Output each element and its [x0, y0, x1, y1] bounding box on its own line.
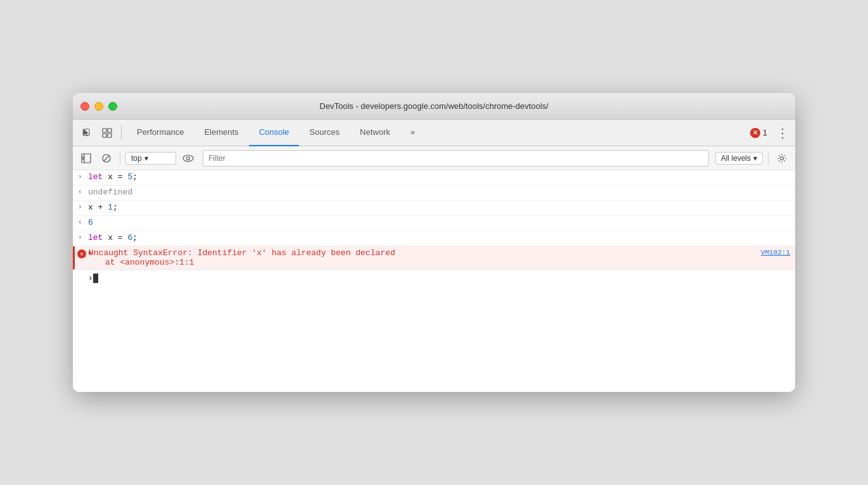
cursor-icon [82, 128, 92, 138]
inspector-icon [102, 128, 112, 138]
tab-network[interactable]: Network [350, 120, 400, 146]
clear-console-button[interactable] [98, 150, 115, 167]
preserve-log-button[interactable] [180, 150, 196, 167]
window-title: DevTools - developers.google.com/web/too… [319, 101, 548, 111]
svg-rect-4 [108, 134, 112, 137]
svg-point-12 [781, 156, 784, 160]
tab-more[interactable]: » [400, 120, 425, 146]
traffic-lights [80, 102, 117, 111]
console-line-1: › let x = 5; [73, 170, 795, 186]
svg-rect-2 [103, 134, 106, 137]
svg-rect-3 [108, 129, 112, 132]
filter-input[interactable] [208, 154, 703, 163]
svg-line-9 [104, 156, 109, 161]
error-expand-arrow[interactable]: ▶ [89, 249, 93, 256]
input-arrow-2[interactable]: › [78, 203, 82, 211]
console-separator-2 [768, 152, 769, 165]
title-bar: DevTools - developers.google.com/web/too… [73, 93, 795, 120]
more-options-button[interactable]: ⋮ [775, 125, 790, 141]
tab-console[interactable]: Console [249, 120, 300, 146]
input-cursor [93, 274, 98, 283]
console-line-4: ‹ 6 [73, 216, 795, 231]
filter-input-wrapper [203, 150, 709, 167]
error-message: Uncaught SyntaxError: Identifier 'x' has… [89, 248, 761, 267]
console-input-line: › [73, 270, 795, 286]
console-line-2: ‹ undefined [73, 186, 795, 201]
tab-bar: Performance Elements Console Sources Net… [127, 120, 744, 146]
levels-selector[interactable]: All levels [715, 152, 763, 165]
input-arrow-3[interactable]: › [78, 234, 82, 241]
svg-rect-1 [103, 129, 106, 132]
undefined-output: undefined [88, 187, 790, 197]
sidebar-icon [81, 153, 91, 163]
main-toolbar: Performance Elements Console Sources Net… [73, 120, 795, 146]
gear-icon [777, 153, 787, 163]
eye-icon [182, 154, 194, 163]
code-line-1: let x = 5; [88, 172, 790, 182]
console-toolbar: top All levels [73, 146, 795, 170]
console-settings-button[interactable] [774, 150, 790, 167]
number-output: 6 [88, 218, 790, 227]
chevron-down-icon [144, 154, 148, 163]
console-line-5: › let x = 6; [73, 231, 795, 246]
inspector-button[interactable] [98, 124, 116, 142]
levels-chevron-icon [753, 154, 757, 163]
tab-elements[interactable]: Elements [194, 120, 248, 146]
input-prompt-arrow: › [88, 274, 93, 283]
output-arrow-2: ‹ [78, 218, 82, 226]
console-line-3: › x + 1; [73, 201, 795, 216]
minimize-button[interactable] [94, 102, 103, 111]
tab-sources[interactable]: Sources [299, 120, 350, 146]
code-line-5: let x = 6; [88, 233, 790, 242]
tab-performance[interactable]: Performance [127, 120, 194, 146]
console-separator-1 [120, 152, 120, 165]
ellipsis-icon: ⋮ [776, 127, 789, 139]
console-output: › let x = 5; ‹ undefined › x + 1; ‹ 6 › … [73, 170, 795, 392]
sidebar-toggle-button[interactable] [78, 150, 94, 167]
error-icon: ✕ [77, 249, 86, 258]
cursor-tool-button[interactable] [78, 124, 96, 142]
devtools-window: DevTools - developers.google.com/web/too… [73, 93, 795, 392]
error-badge-button[interactable]: ✕ 1 [746, 127, 771, 139]
svg-point-11 [187, 156, 190, 160]
error-circle-icon: ✕ [750, 128, 760, 138]
output-arrow-1: ‹ [78, 188, 82, 196]
svg-point-10 [183, 155, 193, 161]
toolbar-right: ✕ 1 ⋮ [746, 125, 790, 141]
code-line-3: x + 1; [88, 203, 790, 212]
console-error-line: ✕ ▶ Uncaught SyntaxError: Identifier 'x'… [73, 246, 795, 270]
error-location-link[interactable]: VM102:1 [761, 248, 790, 256]
close-button[interactable] [80, 102, 89, 111]
maximize-button[interactable] [108, 102, 117, 111]
input-arrow-1[interactable]: › [78, 173, 82, 180]
clear-icon [101, 153, 112, 163]
context-selector[interactable]: top [125, 152, 176, 165]
toolbar-separator [121, 125, 122, 141]
